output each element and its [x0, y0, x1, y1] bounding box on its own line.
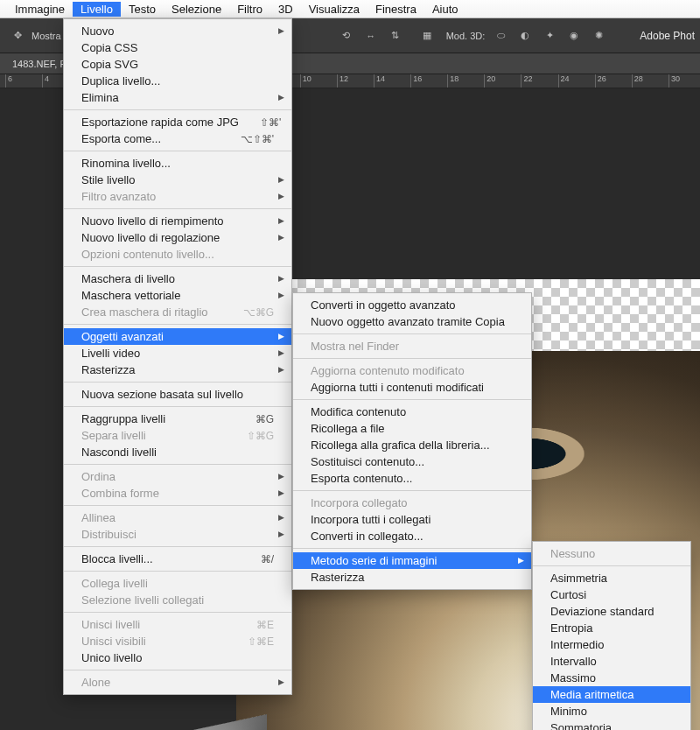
- menu-item-label: Converti in oggetto avanzato: [311, 298, 514, 312]
- menu-livello-item[interactable]: Maschera vettoriale: [64, 287, 291, 304]
- menu-livello-item[interactable]: Raggruppa livelli⌘G: [64, 411, 291, 427]
- menu-livello-item: Distribuisci: [64, 526, 291, 543]
- menu-livello-item: Allinea: [64, 509, 291, 526]
- submenu-oggetti-item[interactable]: Rasterizza: [293, 569, 531, 586]
- menu-item-label: Minimo: [550, 705, 673, 718]
- submenu-oggetti-item[interactable]: Aggiorna tutti i contenuti modificati: [293, 379, 531, 396]
- menu-item-label: Unico livello: [81, 651, 274, 664]
- submenu-metodo-item[interactable]: Intermedio: [533, 636, 690, 653]
- menu-item-shortcut: ⌘/: [240, 553, 274, 565]
- submenu-metodo-item[interactable]: Minimo: [533, 703, 690, 719]
- tool-icon[interactable]: ✥: [7, 25, 28, 46]
- menu-livello-item[interactable]: Copia CSS: [64, 39, 291, 56]
- menu-item-label: Elimina: [81, 91, 274, 104]
- submenu-metodo-item[interactable]: Media aritmetica: [533, 686, 690, 703]
- submenu-metodo-item[interactable]: Curtosi: [533, 586, 690, 603]
- menu-item-shortcut: ⌘G: [234, 413, 274, 425]
- menu-item-label: Allinea: [81, 511, 274, 524]
- menu-livello-item[interactable]: Duplica livello...: [64, 73, 291, 89]
- ruler-tick: 10: [300, 74, 312, 88]
- submenu-metodo-item[interactable]: Sommatoria: [533, 719, 690, 730]
- menu-item-label: Incorpora tutti i collegati: [311, 513, 514, 526]
- menu-livello-item[interactable]: Esportazione rapida come JPG⇧⌘': [64, 114, 291, 130]
- menu-item-label: Esportazione rapida come JPG: [81, 116, 239, 129]
- menu-livello-item[interactable]: Livelli video: [64, 345, 291, 361]
- submenu-oggetti-item[interactable]: Ricollega alla grafica della libreria...: [293, 437, 531, 453]
- ruler-tick: 16: [410, 74, 422, 88]
- menu-livello-item[interactable]: Nuova sezione basata sul livello: [64, 386, 291, 403]
- menubar-item-filtro[interactable]: Filtro: [229, 2, 270, 17]
- menu-livello-item[interactable]: Copia SVG: [64, 56, 291, 73]
- submenu-oggetti-item: Aggiorna contenuto modificato: [293, 362, 531, 379]
- menu-item-label: Unisci visibili: [81, 635, 227, 648]
- menubar-item-testo[interactable]: Testo: [121, 2, 164, 17]
- tb3d-2[interactable]: ◐: [514, 25, 536, 46]
- menubar-item-immagine[interactable]: Immagine: [7, 2, 73, 17]
- menu-item-label: Combina forme: [81, 487, 274, 500]
- menubar-item-3d[interactable]: 3D: [270, 2, 301, 17]
- submenu-metodo-item[interactable]: Massimo: [533, 670, 690, 686]
- submenu-oggetti-item[interactable]: Ricollega a file: [293, 420, 531, 437]
- tb-icon-3[interactable]: ⇅: [385, 25, 406, 46]
- menu-separator: [293, 333, 531, 334]
- menu-item-label: Nascondi livelli: [81, 446, 274, 459]
- menubar-item-visualizza[interactable]: Visualizza: [301, 2, 368, 17]
- menu-item-label: Unisci livelli: [81, 618, 235, 631]
- menu-livello-item[interactable]: Nascondi livelli: [64, 444, 291, 460]
- menubar-item-aiuto[interactable]: Aiuto: [424, 2, 466, 17]
- submenu-metodo-item[interactable]: Asimmetria: [533, 570, 690, 586]
- submenu-oggetti-item: Incorpora collegato: [293, 495, 531, 511]
- menu-item-label: Raggruppa livelli: [81, 412, 234, 425]
- submenu-oggetti-item[interactable]: Converti in oggetto avanzato: [293, 297, 531, 313]
- menu-livello-item[interactable]: Blocca livelli...⌘/: [64, 551, 291, 567]
- menu-item-shortcut: ⌘E: [235, 619, 274, 631]
- menubar-item-selezione[interactable]: Selezione: [164, 2, 229, 17]
- menubar-item-livello[interactable]: Livello: [73, 2, 121, 17]
- menu-livello-item[interactable]: Maschera di livello: [64, 270, 291, 287]
- tb-icon-1[interactable]: ⟲: [336, 25, 357, 46]
- menu-livello-item[interactable]: Esporta come...⌥⇧⌘': [64, 130, 291, 147]
- menu-separator: [533, 565, 690, 566]
- menubar-item-finestra[interactable]: Finestra: [368, 2, 424, 17]
- submenu-metodo-item[interactable]: Entropia: [533, 620, 690, 636]
- submenu-oggetti-item[interactable]: Nuovo oggetto avanzato tramite Copia: [293, 313, 531, 330]
- menubar: ImmagineLivelloTestoSelezioneFiltro3DVis…: [0, 0, 700, 18]
- menu-livello-item[interactable]: Stile livello: [64, 172, 291, 188]
- menu-livello-item[interactable]: Unico livello: [64, 649, 291, 666]
- tb3d-3[interactable]: ✦: [539, 25, 560, 46]
- menu-livello-item[interactable]: Elimina: [64, 89, 291, 106]
- submenu-oggetti-item[interactable]: Modifica contenuto: [293, 404, 531, 420]
- menu-livello-item[interactable]: Rinomina livello...: [64, 155, 291, 172]
- menu-livello-item: Crea maschera di ritaglio⌥⌘G: [64, 304, 291, 320]
- ruler-tick: 22: [521, 74, 532, 88]
- submenu-metodo-item[interactable]: Intervallo: [533, 653, 690, 670]
- menu-separator: [64, 505, 291, 506]
- menu-separator: [293, 358, 531, 359]
- menu-item-label: Collega livelli: [81, 577, 274, 590]
- submenu-oggetti-item[interactable]: Incorpora tutti i collegati: [293, 511, 531, 528]
- tb-icon-2[interactable]: ↔: [360, 25, 382, 46]
- menu-item-label: Blocca livelli...: [81, 552, 240, 565]
- menu-item-label: Nuovo oggetto avanzato tramite Copia: [311, 315, 514, 328]
- menu-item-label: Intermedio: [550, 638, 673, 651]
- tb-icon-4[interactable]: ▦: [416, 25, 438, 46]
- tb3d-5[interactable]: ✺: [588, 25, 609, 46]
- submenu-oggetti-item[interactable]: Converti in collegato...: [293, 528, 531, 544]
- submenu-oggetti-item[interactable]: Metodo serie di immagini: [293, 552, 531, 569]
- menu-livello-item[interactable]: Nuovo livello di regolazione: [64, 229, 291, 246]
- tb3d-1[interactable]: ⬭: [490, 25, 511, 46]
- menu-livello-item[interactable]: Oggetti avanzati: [64, 328, 291, 345]
- menu-livello-item[interactable]: Nuovo livello di riempimento: [64, 213, 291, 229]
- submenu-metodo-item[interactable]: Deviazione standard: [533, 603, 690, 620]
- menu-livello-item[interactable]: Nuovo: [64, 23, 291, 39]
- menu-separator: [64, 406, 291, 407]
- tb3d-4[interactable]: ◉: [564, 25, 584, 46]
- menu-livello-item[interactable]: Rasterizza: [64, 361, 291, 378]
- ruler-tick: 26: [595, 74, 606, 88]
- menu-item-label: Modifica contenuto: [311, 405, 514, 418]
- menu-separator: [64, 151, 291, 151]
- menu-item-label: Separa livelli: [81, 429, 226, 442]
- submenu-oggetti-item[interactable]: Esporta contenuto...: [293, 470, 531, 487]
- submenu-oggetti-item[interactable]: Sostituisci contenuto...: [293, 453, 531, 470]
- menu-item-label: Distribuisci: [81, 528, 274, 541]
